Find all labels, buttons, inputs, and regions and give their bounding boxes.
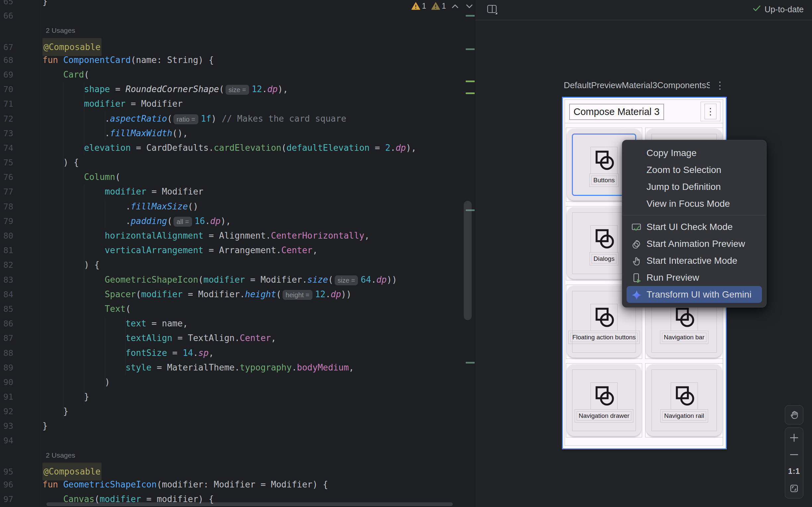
- code-token: )): [387, 272, 397, 287]
- code-area[interactable]: 65}662 Usages67@Composable68fun Componen…: [0, 0, 475, 507]
- geometric-shape-icon: [591, 147, 618, 174]
- code-line: 86 text = name,: [0, 316, 475, 331]
- code-editor[interactable]: 65}662 Usages67@Composable68fun Componen…: [0, 0, 475, 507]
- code-line: 93}: [0, 418, 475, 433]
- code-token: modifier: [203, 272, 245, 287]
- line-number: 81: [0, 243, 43, 258]
- card-label: Navigation bar: [662, 333, 707, 342]
- menu-item-copy-image[interactable]: Copy Image: [622, 145, 766, 161]
- zoom-actual-size-button[interactable]: 1:1: [786, 464, 802, 480]
- code-token: 2: [385, 140, 391, 155]
- code-token: (: [167, 214, 172, 228]
- line-number: 74: [0, 141, 43, 155]
- menu-item-jump-to-definition[interactable]: Jump to Definition: [622, 178, 766, 195]
- code-token: verticalArrangement: [105, 243, 203, 258]
- line-number: 68: [0, 53, 43, 68]
- zoom-in-button[interactable]: [786, 430, 802, 446]
- code-token: .: [43, 199, 131, 214]
- code-token: ComponentCard: [63, 53, 131, 67]
- parameter-hint-pill: height =: [283, 290, 312, 300]
- prev-problem-button[interactable]: [451, 4, 459, 9]
- geometric-shape-icon: [591, 382, 618, 409]
- zoom-out-button[interactable]: [786, 447, 802, 463]
- code-token: GeometricShapeIcon: [63, 477, 157, 492]
- horizontal-scrollbar[interactable]: [46, 502, 453, 506]
- code-line: 67@Composable: [0, 38, 475, 53]
- code-token: .: [391, 140, 396, 155]
- line-number: 84: [0, 287, 43, 302]
- code-token: elevation: [84, 140, 131, 155]
- ui-check-icon: [631, 221, 642, 232]
- menu-item-start-interactive-mode[interactable]: Start Interactive Mode: [622, 252, 766, 269]
- next-problem-button[interactable]: [465, 4, 473, 9]
- code-line: 95@Composable: [0, 463, 475, 477]
- code-token: .: [325, 287, 331, 301]
- panel-toolbar-divider: [475, 20, 812, 20]
- code-token: [58, 477, 63, 492]
- stripe-mark[interactable]: [466, 15, 475, 16]
- code-token: ,: [209, 346, 214, 360]
- parameter-hint-pill: ratio =: [173, 114, 198, 124]
- code-token: (: [84, 67, 89, 82]
- line-number: 78: [0, 200, 43, 214]
- menu-item-run-preview[interactable]: Run Preview: [622, 269, 766, 286]
- code-token: .: [205, 214, 210, 228]
- code-line: 87 textAlign = TextAlign.Center,: [0, 331, 475, 345]
- line-number: 70: [0, 82, 43, 97]
- card-label-box: Floating action buttons: [568, 331, 640, 344]
- code-token: Column: [84, 170, 115, 184]
- code-token: = Modifier.: [245, 272, 307, 287]
- pan-tool-button[interactable]: [786, 407, 802, 423]
- stripe-mark[interactable]: [466, 48, 475, 50]
- line-number: 83: [0, 273, 43, 287]
- inspections-widget[interactable]: 1 1: [411, 2, 473, 11]
- code-token: 16: [195, 214, 205, 228]
- code-token: size: [307, 272, 328, 287]
- vertical-scrollbar[interactable]: [464, 201, 472, 320]
- line-number: 85: [0, 302, 43, 317]
- vcs-added-mark[interactable]: [466, 93, 475, 94]
- geometric-shape-icon: [591, 225, 618, 252]
- code-token: (: [167, 111, 172, 126]
- preview-card-navigation-drawer[interactable]: Navigation drawer: [566, 363, 642, 437]
- menu-item-label: Start UI Check Mode: [647, 222, 733, 232]
- code-token: ),: [406, 140, 416, 155]
- code-token: }: [43, 404, 68, 418]
- menu-item-zoom-to-selection[interactable]: Zoom to Selection: [622, 161, 766, 178]
- menu-item-view-in-focus-mode[interactable]: View in Focus Mode: [622, 195, 766, 212]
- code-token: ): [211, 111, 221, 126]
- code-token: (: [115, 170, 120, 184]
- menu-item-start-ui-check-mode[interactable]: Start UI Check Mode: [622, 218, 766, 235]
- editor-layout-button[interactable]: [485, 3, 499, 16]
- code-line: 84 Spacer(modifier = Modifier.height(hei…: [0, 287, 475, 301]
- code-token: = Modifier: [146, 184, 203, 199]
- line-number: 71: [0, 97, 43, 111]
- stripe-mark[interactable]: [466, 362, 475, 363]
- vcs-added-mark[interactable]: [466, 80, 475, 82]
- usages-hint[interactable]: 2 Usages: [46, 23, 75, 38]
- line-number: 79: [0, 214, 43, 229]
- menu-item-start-animation-preview[interactable]: Start Animation Preview: [622, 235, 766, 252]
- line-number: 86: [0, 317, 43, 331]
- code-token: sp: [198, 346, 209, 360]
- code-token: [43, 170, 84, 184]
- code-token: ,: [312, 243, 318, 258]
- code-token: (: [136, 287, 141, 301]
- code-token: [43, 360, 125, 375]
- code-token: = Alignment.: [203, 228, 271, 243]
- code-token: [43, 331, 125, 345]
- preview-card-navigation-rail[interactable]: Navigation rail: [645, 363, 723, 437]
- usages-hint[interactable]: 2 Usages: [46, 448, 75, 463]
- line-number: 67: [0, 40, 43, 55]
- code-line: 90 ): [0, 375, 475, 389]
- code-token: Center: [240, 331, 271, 345]
- zoom-to-fit-button[interactable]: [786, 481, 802, 496]
- menu-item-transform-ui-with-gemini[interactable]: Transform UI with Gemini: [626, 286, 762, 303]
- code-line: 89 style = MaterialTheme.typography.body…: [0, 360, 475, 375]
- code-token: dp: [395, 140, 406, 155]
- line-number: 76: [0, 170, 43, 184]
- preview-options-icon[interactable]: ⋮: [715, 80, 725, 91]
- code-token: fillMaxSize: [131, 199, 188, 214]
- line-number: 92: [0, 404, 43, 419]
- code-token: ,: [364, 228, 370, 243]
